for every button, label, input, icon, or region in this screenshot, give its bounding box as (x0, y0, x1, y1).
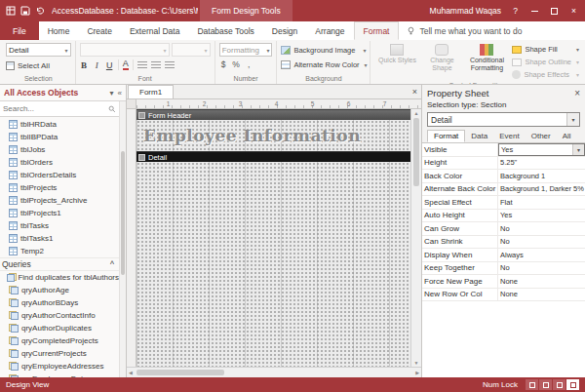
number-format-combo[interactable]: Formatting ▾ (219, 43, 273, 57)
property-value[interactable]: Background 1 (498, 170, 585, 182)
change-shape-button[interactable]: Change Shape (419, 43, 464, 71)
prop-tab-other[interactable]: Other (526, 130, 557, 142)
nav-scrollbar[interactable] (119, 101, 126, 377)
shape-outline-button[interactable]: Shape Outline ▾ (512, 56, 579, 68)
nav-table-item[interactable]: tblOrders (0, 156, 119, 169)
nav-query-item[interactable]: qryEmployeeAddresses (0, 360, 119, 372)
undo-icon[interactable] (35, 6, 45, 16)
percent-format-button[interactable]: % (232, 59, 241, 69)
property-value[interactable]: None (498, 289, 585, 301)
form-view-button[interactable] (526, 379, 538, 390)
property-row[interactable]: Alternate Back ColorBackground 1, Darker… (422, 183, 585, 197)
nav-table-item[interactable]: tblOrdersDetails (0, 169, 119, 181)
prop-tab-format[interactable]: Format (427, 130, 465, 142)
nav-query-item[interactable]: qryCompletedProjects (0, 334, 119, 347)
property-row[interactable]: Force New PageNone (422, 275, 585, 289)
property-row[interactable]: Back ColorBackground 1 (422, 170, 585, 183)
property-row[interactable]: Special EffectFlat (422, 196, 585, 210)
property-value[interactable]: Background 1, Darker 5% (498, 183, 585, 196)
align-right-icon[interactable] (165, 61, 175, 68)
nav-query-item[interactable]: qryEmployeesData (0, 372, 119, 377)
shape-effects-button[interactable]: Shape Effects ▾ (512, 68, 579, 81)
property-value[interactable]: None (498, 275, 585, 288)
minimize-icon[interactable] (529, 6, 540, 17)
tell-me-box[interactable]: Tell me what you want to do (407, 21, 522, 40)
align-left-icon[interactable] (137, 61, 147, 68)
tab-create[interactable]: Create (78, 21, 121, 40)
background-image-button[interactable]: Background Image ▾ (281, 43, 366, 58)
nav-query-item[interactable]: qryCurrentProjects (0, 347, 119, 360)
tab-design[interactable]: Design (263, 21, 306, 40)
select-all-button[interactable]: Select All (6, 59, 71, 72)
user-name[interactable]: Muhammad Waqas (430, 6, 501, 16)
nav-query-item[interactable]: qryAuthorAge (0, 284, 119, 296)
nav-query-item[interactable]: qryAuthorContactInfo (0, 309, 119, 322)
close-property-sheet-icon[interactable]: × (574, 88, 580, 98)
property-value[interactable]: Always (498, 249, 585, 261)
maximize-icon[interactable] (549, 6, 560, 17)
property-row[interactable]: Height5.25" (422, 157, 585, 171)
property-row[interactable]: Auto HeightYes (422, 210, 585, 223)
alternate-row-color-button[interactable]: Alternate Row Color ▾ (281, 58, 366, 72)
help-icon[interactable]: ? (510, 6, 521, 17)
document-tab-form1[interactable]: Form1 (128, 85, 174, 98)
nav-table-item[interactable]: tblTasks (0, 219, 119, 232)
property-value[interactable]: No (498, 262, 585, 275)
layout-view-button[interactable] (553, 379, 566, 390)
form-design-surface[interactable]: Form Header Employee Information Detail (136, 109, 410, 367)
form-header-bar[interactable]: Form Header (136, 109, 410, 120)
comma-format-button[interactable]: , (245, 59, 254, 69)
property-row[interactable]: Display WhenAlways (422, 249, 585, 262)
nav-query-item[interactable]: qryAuthorBDays (0, 296, 119, 309)
detail-bar[interactable]: Detail (136, 151, 410, 162)
quick-styles-button[interactable]: Quick Styles (374, 43, 419, 64)
nav-table-item[interactable]: tblProjects1 (0, 207, 119, 219)
align-center-icon[interactable] (151, 61, 161, 68)
bold-button[interactable]: B (80, 60, 89, 70)
tab-home[interactable]: Home (39, 21, 79, 40)
nav-query-item[interactable]: Find duplicates for tblAuthors (0, 271, 119, 284)
property-value[interactable]: Flat (498, 196, 585, 209)
scroll-down-icon[interactable]: ▼ (414, 360, 419, 366)
font-name-combo[interactable]: ▾ (80, 43, 170, 57)
scroll-right-icon[interactable]: ▶ (415, 370, 419, 375)
save-icon[interactable] (20, 6, 30, 16)
vertical-scrollbar-thumb[interactable] (413, 118, 419, 186)
property-row[interactable]: Keep TogetherNo (422, 262, 585, 276)
detail-section[interactable] (136, 162, 410, 367)
vertical-scrollbar[interactable]: ▲ ▼ (410, 109, 421, 367)
shutter-close-icon[interactable]: « (118, 89, 122, 98)
nav-scrollbar-thumb[interactable] (121, 151, 125, 275)
chevron-down-icon[interactable]: ▾ (110, 89, 114, 98)
property-value[interactable]: No (498, 222, 585, 235)
nav-table-item[interactable]: Temp2 (0, 245, 119, 257)
nav-group-queries[interactable]: Queries ^ (0, 257, 119, 271)
datasheet-view-button[interactable] (539, 379, 552, 390)
close-window-icon[interactable]: × (568, 6, 579, 17)
prop-tab-data[interactable]: Data (465, 130, 493, 142)
form-title-label[interactable]: Employee Information (139, 122, 301, 149)
nav-table-item[interactable]: tblProjects_Archive (0, 194, 119, 207)
underline-button[interactable]: U (105, 60, 114, 70)
property-row[interactable]: Can GrowNo (422, 222, 585, 236)
design-view-button[interactable] (566, 379, 579, 390)
tab-database-tools[interactable]: Database Tools (188, 21, 262, 40)
prop-tab-event[interactable]: Event (493, 130, 525, 142)
nav-pane-header[interactable]: All Access Objects ▾ « (0, 85, 126, 101)
nav-table-item[interactable]: tblJobs (0, 143, 119, 156)
conditional-formatting-button[interactable]: Conditional Formatting (464, 43, 509, 71)
nav-table-item[interactable]: tblTasks1 (0, 232, 119, 245)
shape-fill-button[interactable]: Shape Fill ▾ (512, 43, 579, 56)
search-input[interactable] (3, 104, 108, 113)
property-value[interactable]: 5.25" (498, 157, 585, 170)
italic-button[interactable]: I (93, 60, 101, 70)
horizontal-scrollbar[interactable]: ◀ ▶ (127, 367, 421, 377)
close-document-icon[interactable]: × (412, 87, 417, 97)
dropdown-arrow-icon[interactable]: ▾ (572, 144, 584, 155)
tab-format[interactable]: Format (354, 21, 400, 40)
form-header-section[interactable]: Employee Information (136, 120, 410, 151)
font-size-combo[interactable]: ▾ (172, 43, 211, 57)
property-value[interactable]: No (498, 236, 585, 249)
section-selector-combo[interactable]: Detail ▾ (6, 43, 71, 57)
currency-format-button[interactable]: $ (219, 59, 228, 69)
